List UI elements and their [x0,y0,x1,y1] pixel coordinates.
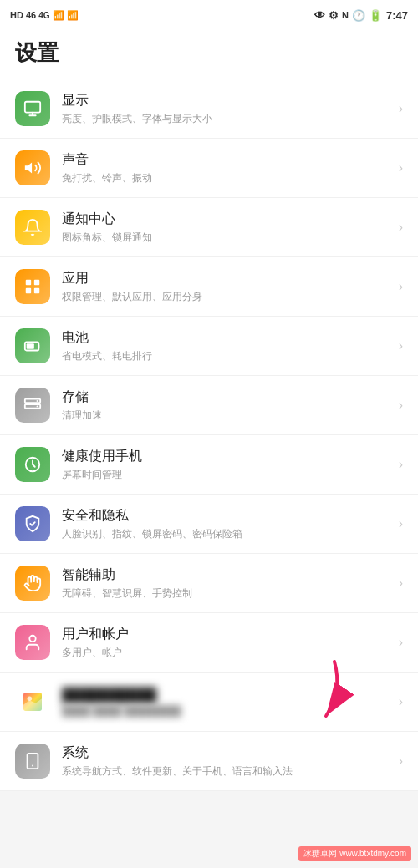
settings-item-storage[interactable]: 存储清理加速› [0,376,418,435]
apps-text: 应用权限管理、默认应用、应用分身 [62,270,392,304]
sound-subtitle: 免打扰、铃声、振动 [62,171,392,185]
blur-chevron: › [399,694,403,709]
battery-icon [15,328,50,363]
settings-item-display[interactable]: 显示亮度、护眼模式、字体与显示大小› [0,79,418,139]
watermark-badge: 冰糖卓网 www.btxtdmy.com [298,846,411,861]
battery-chevron: › [399,338,403,353]
status-right: 👁 ⚙ N 🕐 🔋 7:47 [314,9,408,22]
status-left: HD 46 4G 📶 📶 [10,10,79,21]
user-title: 用户和帐户 [62,626,392,643]
assist-text: 智能辅助无障碍、智慧识屏、手势控制 [62,566,392,601]
notify-text: 通知中心图标角标、锁屏通知 [62,211,392,245]
assist-title: 智能辅助 [62,566,392,584]
signal-bars: 📶 [53,10,64,21]
wifi-icon: 📶 [67,10,79,21]
sound-text: 声音免打扰、铃声、振动 [62,151,392,185]
notify-title: 通知中心 [62,211,392,228]
svg-rect-2 [34,280,39,285]
assist-icon [15,566,50,601]
settings-item-assist[interactable]: 智能辅助无障碍、智慧识屏、手势控制› [0,554,418,613]
svg-point-12 [29,636,35,642]
settings-item-battery[interactable]: 电池省电模式、耗电排行› [0,317,418,376]
health-icon [15,447,50,482]
user-chevron: › [399,635,403,650]
settings-item-sound[interactable]: 声音免打扰、铃声、振动› [0,139,418,198]
settings-item-health[interactable]: 健康使用手机屏幕时间管理› [0,435,418,495]
svg-rect-6 [27,343,34,348]
page-title: 设置 [15,40,59,65]
system-subtitle: 系统导航方式、软件更新、关于手机、语言和输入法 [62,764,392,779]
apps-title: 应用 [62,270,392,287]
system-text: 系统系统导航方式、软件更新、关于手机、语言和输入法 [62,744,392,779]
apps-chevron: › [399,279,403,294]
svg-point-9 [37,400,38,402]
sound-chevron: › [399,160,403,175]
settings-list: 显示亮度、护眼模式、字体与显示大小›声音免打扰、铃声、振动›通知中心图标角标、锁… [0,79,418,791]
arrow-annotation [268,657,368,724]
time-display: 7:47 [386,9,408,22]
display-chevron: › [399,101,403,116]
battery-subtitle: 省电模式、耗电排行 [62,349,392,363]
battery-title: 电池 [62,329,392,347]
svg-rect-15 [28,754,38,769]
display-icon [15,91,50,126]
eye-icon: 👁 [314,9,325,22]
storage-subtitle: 清理加速 [62,409,392,423]
sound-icon [15,150,50,185]
security-text: 安全和隐私人脸识别、指纹、锁屏密码、密码保险箱 [62,507,392,541]
nfc-icon: N [342,10,349,20]
system-chevron: › [399,754,403,769]
svg-rect-1 [26,280,31,285]
battery-text: 电池省电模式、耗电排行 [62,329,392,363]
storage-title: 存储 [62,388,392,406]
blur-icon [15,684,50,719]
apps-subtitle: 权限管理、默认应用、应用分身 [62,290,392,304]
settings-item-apps[interactable]: 应用权限管理、默认应用、应用分身› [0,257,418,317]
settings-icon-sm: ⚙ [329,9,339,22]
status-bar: HD 46 4G 📶 📶 👁 ⚙ N 🕐 🔋 7:47 [0,0,418,30]
carrier-text: HD 46 [10,10,36,20]
apps-icon [15,269,50,304]
svg-rect-4 [34,288,39,293]
svg-rect-3 [26,288,31,293]
security-chevron: › [399,516,403,531]
system-icon [15,744,50,779]
clock-icon: 🕐 [352,9,365,22]
settings-item-notify[interactable]: 通知中心图标角标、锁屏通知› [0,198,418,257]
storage-chevron: › [399,398,403,413]
settings-item-system[interactable]: 系统系统导航方式、软件更新、关于手机、语言和输入法› [0,732,418,791]
health-chevron: › [399,457,403,472]
health-subtitle: 屏幕时间管理 [62,468,392,482]
icons-group: 👁 ⚙ N 🕐 🔋 [314,9,382,22]
storage-icon [15,388,50,423]
notify-subtitle: 图标角标、锁屏通知 [62,231,392,245]
notify-icon [15,210,50,245]
page-title-bar: 设置 [0,30,418,79]
health-text: 健康使用手机屏幕时间管理 [62,448,392,482]
svg-point-10 [37,405,38,407]
display-text: 显示亮度、护眼模式、字体与显示大小 [62,92,392,126]
sound-title: 声音 [62,151,392,169]
system-title: 系统 [62,744,392,762]
notify-chevron: › [399,220,403,235]
user-text: 用户和帐户多用户、帐户 [62,626,392,660]
user-icon [15,625,50,660]
settings-item-security[interactable]: 安全和隐私人脸识别、指纹、锁屏密码、密码保险箱› [0,495,418,554]
security-subtitle: 人脸识别、指纹、锁屏密码、密码保险箱 [62,527,392,541]
svg-point-16 [32,765,33,767]
storage-text: 存储清理加速 [62,388,392,423]
svg-rect-0 [25,102,40,113]
security-icon [15,506,50,541]
security-title: 安全和隐私 [62,507,392,525]
assist-subtitle: 无障碍、智慧识屏、手势控制 [62,586,392,601]
battery-icon: 🔋 [369,9,382,22]
display-subtitle: 亮度、护眼模式、字体与显示大小 [62,112,392,126]
assist-chevron: › [399,576,403,591]
display-title: 显示 [62,92,392,109]
signal-4g: 4G [38,11,49,20]
health-title: 健康使用手机 [62,448,392,465]
